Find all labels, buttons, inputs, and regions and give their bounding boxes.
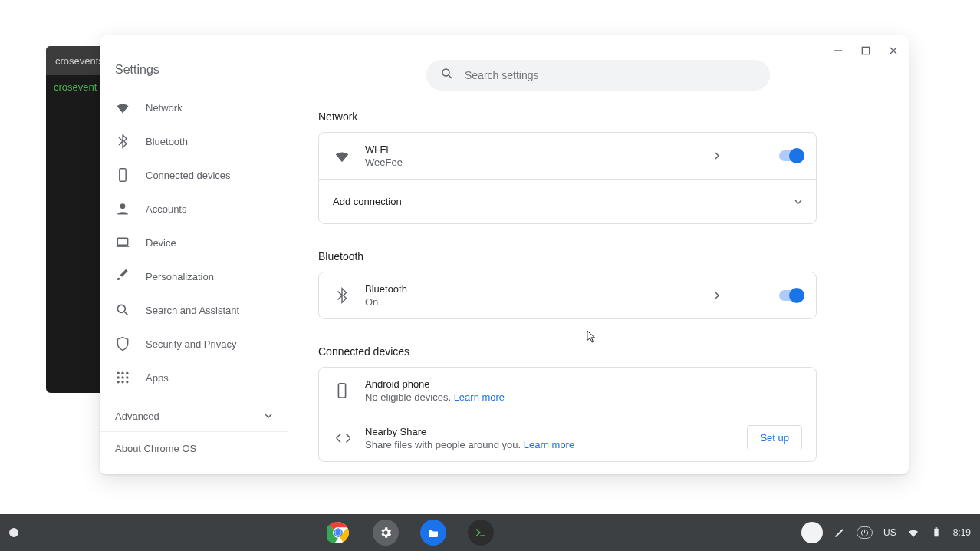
person-icon (115, 201, 130, 216)
android-title: Android phone (365, 378, 802, 390)
chevron-right-icon (713, 149, 721, 163)
android-sub: No eligible devices. Learn more (365, 391, 802, 403)
nearby-sub: Share files with people around you. Lear… (365, 439, 733, 450)
mouse-cursor (587, 330, 597, 347)
card-bluetooth: Bluetooth On (318, 272, 817, 319)
nearby-title: Nearby Share (365, 426, 733, 437)
wifi-icon (115, 100, 130, 115)
sidebar-item-label: Apps (146, 372, 169, 384)
sidebar-item-apps[interactable]: Apps (100, 361, 288, 394)
sidebar: Settings Network Bluetooth Connected dev… (100, 46, 288, 474)
add-connection-label: Add connection (333, 196, 781, 207)
minimize-button[interactable] (832, 45, 844, 57)
advanced-label: Advanced (115, 411, 159, 422)
svg-point-10 (117, 376, 120, 378)
card-network: Wi-Fi WeeFee Add connection (318, 132, 817, 224)
terminal-prompt: crosevent (54, 81, 97, 93)
svg-point-22 (336, 530, 342, 536)
search-icon (115, 302, 130, 318)
settings-app-icon[interactable] (373, 520, 399, 546)
sidebar-item-bluetooth[interactable]: Bluetooth (100, 124, 288, 158)
sidebar-item-label: Security and Privacy (146, 338, 237, 350)
svg-point-8 (121, 372, 123, 374)
chrome-app-icon[interactable] (325, 520, 351, 546)
sidebar-item-accounts[interactable]: Accounts (100, 192, 288, 226)
svg-rect-0 (834, 50, 843, 51)
setup-button[interactable]: Set up (747, 425, 802, 450)
svg-point-16 (442, 69, 449, 76)
sidebar-item-label: Connected devices (146, 170, 231, 181)
close-button[interactable] (887, 45, 899, 57)
window-controls (832, 45, 899, 57)
chromeos-shelf: US 8:19 (0, 514, 980, 551)
row-android-phone[interactable]: Android phone No eligible devices. Learn… (319, 368, 816, 414)
wifi-icon (333, 147, 351, 165)
main-panel: Network Wi-Fi WeeFee Add (288, 46, 909, 474)
learn-more-link[interactable]: Learn more (454, 391, 505, 403)
sidebar-advanced[interactable]: Advanced (100, 401, 288, 431)
terminal-title: crosevents (55, 55, 104, 67)
clock[interactable]: 8:19 (953, 527, 971, 538)
phone-icon (333, 381, 351, 400)
stylus-icon[interactable] (834, 526, 846, 539)
wifi-ssid: WeeFee (365, 157, 699, 168)
svg-point-11 (121, 376, 123, 378)
svg-point-7 (117, 372, 120, 374)
section-heading-bluetooth: Bluetooth (318, 241, 817, 272)
shield-icon (115, 336, 130, 351)
chevron-down-icon (794, 195, 802, 209)
bluetooth-title: Bluetooth (365, 283, 699, 295)
svg-point-9 (126, 372, 128, 374)
row-bluetooth[interactable]: Bluetooth On (319, 272, 816, 318)
search-icon (440, 67, 454, 84)
sidebar-item-device[interactable]: Device (100, 226, 288, 259)
files-app-icon[interactable] (420, 520, 446, 546)
sidebar-item-connected-devices[interactable]: Connected devices (100, 158, 288, 192)
power-icon (857, 526, 873, 539)
sidebar-about[interactable]: About Chrome OS (100, 431, 288, 465)
apps-icon (115, 370, 130, 385)
search-input[interactable] (465, 69, 756, 81)
battery-status-icon (930, 526, 942, 539)
svg-rect-1 (862, 47, 869, 54)
sidebar-item-search-assistant[interactable]: Search and Assistant (100, 293, 288, 327)
settings-window: Settings Network Bluetooth Connected dev… (100, 35, 909, 474)
bluetooth-toggle[interactable] (779, 290, 802, 301)
card-connected-devices: Android phone No eligible devices. Learn… (318, 367, 817, 462)
row-nearby-share[interactable]: Nearby Share Share files with people aro… (319, 414, 816, 461)
chevron-right-icon (713, 289, 721, 302)
sidebar-item-label: Search and Assistant (146, 305, 239, 316)
svg-point-6 (117, 305, 125, 312)
row-add-connection[interactable]: Add connection (319, 179, 816, 223)
bluetooth-status: On (365, 296, 699, 308)
search-settings[interactable] (426, 60, 770, 91)
sidebar-item-label: Personalization (146, 271, 214, 282)
svg-point-3 (120, 203, 126, 209)
wifi-title: Wi-Fi (365, 144, 699, 155)
bluetooth-icon (333, 286, 351, 305)
learn-more-link[interactable]: Learn more (524, 439, 574, 450)
terminal-app-icon[interactable] (468, 520, 494, 546)
phone-icon (115, 167, 130, 183)
sidebar-item-security[interactable]: Security and Privacy (100, 327, 288, 361)
about-label: About Chrome OS (115, 443, 196, 454)
sidebar-item-personalization[interactable]: Personalization (100, 259, 288, 293)
maximize-button[interactable] (860, 45, 872, 57)
sidebar-item-label: Network (146, 102, 183, 114)
launcher-button[interactable] (9, 528, 18, 537)
laptop-icon (115, 235, 130, 250)
wifi-toggle[interactable] (779, 150, 802, 161)
section-heading-connected: Connected devices (318, 336, 817, 367)
sidebar-item-network[interactable]: Network (100, 91, 288, 124)
svg-point-12 (126, 376, 128, 378)
svg-rect-2 (120, 169, 126, 182)
status-tray[interactable]: US 8:19 (801, 522, 971, 543)
avatar[interactable] (801, 522, 823, 543)
svg-rect-4 (117, 238, 127, 245)
ime-indicator[interactable]: US (883, 527, 896, 538)
row-wifi[interactable]: Wi-Fi WeeFee (319, 133, 816, 179)
section-heading-network: Network (318, 101, 817, 132)
svg-point-13 (117, 381, 120, 383)
brush-icon (115, 269, 130, 284)
bluetooth-icon (115, 134, 130, 149)
